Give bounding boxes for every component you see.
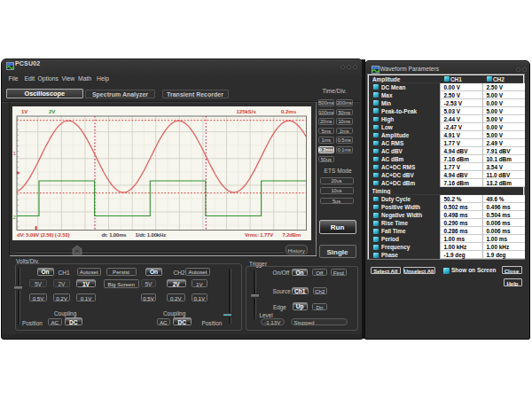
svg-text:125kS/s: 125kS/s xyxy=(237,109,257,114)
svg-text:0.2ms: 0.2ms xyxy=(281,109,297,114)
svg-text:2V: 2V xyxy=(49,109,55,114)
svg-text:dV: 5.09V (2.56) (-2.53): dV: 5.09V (2.56) (-2.53) xyxy=(17,232,69,238)
svg-text:7.2dBm: 7.2dBm xyxy=(283,232,301,238)
svg-text:Vrms: 1.77V: Vrms: 1.77V xyxy=(245,232,273,238)
svg-text:1/dt: 1.00kHz: 1/dt: 1.00kHz xyxy=(136,232,167,238)
svg-text:1V: 1V xyxy=(21,109,27,114)
svg-text:dt: 1.00ms: dt: 1.00ms xyxy=(102,232,128,238)
